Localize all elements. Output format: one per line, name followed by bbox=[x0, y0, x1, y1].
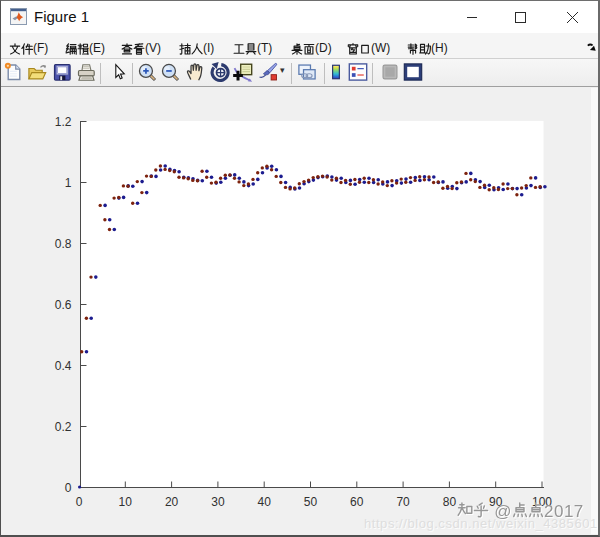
svg-text:1.2: 1.2 bbox=[55, 115, 72, 129]
svg-text:80: 80 bbox=[443, 495, 457, 509]
svg-text:0: 0 bbox=[76, 495, 83, 509]
svg-text:0: 0 bbox=[65, 481, 72, 495]
svg-text:10: 10 bbox=[119, 495, 133, 509]
svg-text:60: 60 bbox=[350, 495, 364, 509]
svg-text:40: 40 bbox=[258, 495, 272, 509]
svg-text:0.8: 0.8 bbox=[55, 237, 72, 251]
svg-text:20: 20 bbox=[165, 495, 179, 509]
svg-text:0.2: 0.2 bbox=[55, 420, 72, 434]
svg-text:0.4: 0.4 bbox=[55, 359, 72, 373]
svg-text:70: 70 bbox=[396, 495, 410, 509]
svg-text:0.6: 0.6 bbox=[55, 298, 72, 312]
svg-text:50: 50 bbox=[304, 495, 318, 509]
svg-text:1: 1 bbox=[65, 176, 72, 190]
svg-text:30: 30 bbox=[211, 495, 225, 509]
